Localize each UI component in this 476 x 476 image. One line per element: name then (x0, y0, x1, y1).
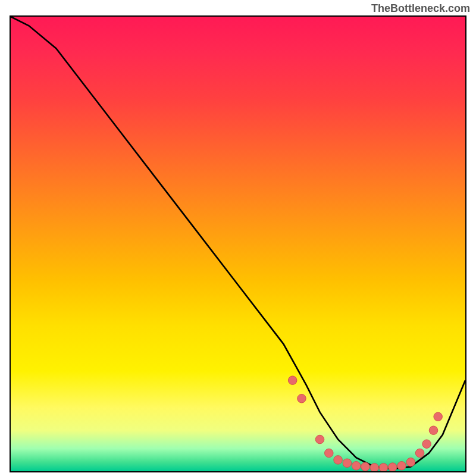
data-dot (422, 440, 431, 449)
data-dot (397, 462, 406, 471)
data-dot (406, 458, 415, 466)
data-dot (361, 462, 370, 471)
data-dot (434, 412, 443, 421)
dots-layer (11, 17, 465, 471)
data-dot (315, 435, 324, 444)
data-dot (343, 459, 352, 468)
data-dot (370, 464, 379, 471)
data-dot (379, 464, 388, 471)
data-dot (389, 463, 397, 471)
watermark-label: TheBottleneck.com (371, 2, 470, 15)
data-dot (298, 394, 306, 403)
data-dot (429, 426, 438, 435)
data-dot (334, 456, 343, 465)
data-dot (325, 449, 334, 458)
data-dot (288, 376, 297, 385)
data-dot (415, 449, 424, 458)
data-dot (352, 462, 361, 471)
data-dots (288, 376, 442, 471)
plot-area (10, 15, 466, 472)
